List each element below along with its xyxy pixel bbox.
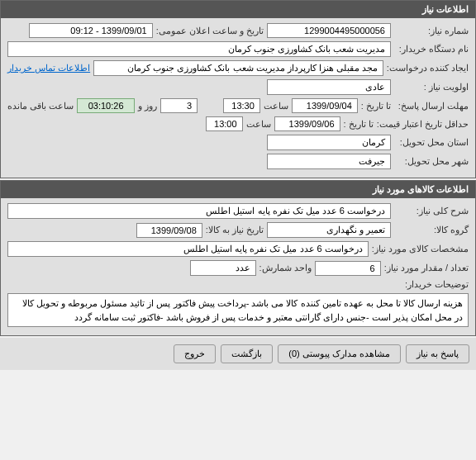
panel-need-info-header: اطلاعات نیاز	[1, 1, 475, 18]
until-label: تا تاریخ :	[361, 101, 391, 111]
unit-label: واحد شمارش:	[259, 263, 312, 273]
spec-field: درخواست 6 عدد میل تک نفره پایه استیل اطل…	[7, 241, 369, 257]
priority-label: اولویت نیاز :	[394, 82, 469, 92]
validity-time-label: ساعت	[246, 119, 271, 130]
button-bar: پاسخ به نیاز مشاهده مدارک پیوستی (0) باز…	[0, 338, 476, 370]
notes-label: توضیحات خریدار:	[394, 279, 469, 290]
priority-field: عادی	[267, 79, 391, 95]
exit-button[interactable]: خروج	[174, 344, 216, 363]
request-no-field: 1299004495000056	[267, 23, 391, 38]
deadline-date-field: 1399/09/04	[292, 98, 358, 113]
desc-field: درخواست 6 عدد میل تک نفره پایه استیل اطل…	[7, 203, 391, 219]
unit-field: عدد	[190, 260, 256, 276]
contact-link[interactable]: اطلاعات تماس خریدار	[7, 63, 90, 74]
validity-label: حداقل تاریخ اعتبار قیمت:	[377, 119, 469, 130]
row-deadline: مهلت ارسال پاسخ: تا تاریخ : 1399/09/04 س…	[7, 98, 469, 113]
attachments-button[interactable]: مشاهده مدارک پیوستی (0)	[278, 344, 401, 363]
remaining-label: ساعت باقی مانده	[7, 101, 74, 111]
row-priority: اولویت نیاز : عادی	[7, 79, 469, 95]
base-date-field: 1399/09/08	[136, 223, 202, 238]
province-field: کرمان	[267, 135, 391, 150]
panel-goods-info-body: شرح کلی نیاز: درخواست 6 عدد میل تک نفره …	[1, 198, 475, 335]
row-notes: توضیحات خریدار: هزینه ارسال کالا تا محل …	[7, 279, 469, 327]
days-field: 3	[160, 98, 198, 113]
timer-field: 03:10:26	[77, 98, 135, 113]
deadline-time-field: 13:30	[223, 98, 260, 113]
city-field: جیرفت	[267, 154, 391, 169]
validity-time-field: 13:00	[206, 116, 243, 131]
request-no-label: شماره نیاز:	[394, 26, 469, 36]
row-creator: ایجاد کننده درخواست: مجد مقبلی هنزا کارپ…	[7, 60, 469, 76]
row-desc: شرح کلی نیاز: درخواست 6 عدد میل تک نفره …	[7, 203, 469, 219]
desc-label: شرح کلی نیاز:	[394, 206, 469, 216]
row-request-no: شماره نیاز: 1299004495000056 تاریخ و ساع…	[7, 23, 469, 38]
row-city: شهر محل تحویل: جیرفت	[7, 154, 469, 169]
row-qty: تعداد / مقدار مورد نیاز: 6 واحد شمارش: ع…	[7, 260, 469, 276]
qty-field: 6	[315, 261, 381, 276]
row-spec: مشخصات کالای مورد نیاز: درخواست 6 عدد می…	[7, 241, 469, 257]
group-label: گروه کالا:	[394, 225, 469, 235]
row-group: گروه کالا: تعمیر و نگهداری تاریخ نیاز به…	[7, 222, 469, 238]
province-label: استان محل تحویل:	[394, 137, 469, 148]
creator-label: ایجاد کننده درخواست:	[387, 63, 469, 74]
row-validity: حداقل تاریخ اعتبار قیمت: تا تاریخ : 1399…	[7, 116, 469, 131]
row-buyer: نام دستگاه خریدار: مدیریت شعب بانک کشاور…	[7, 41, 469, 57]
deadline-label: مهلت ارسال پاسخ:	[394, 101, 469, 111]
panel-goods-info-header: اطلاعات کالاهای مورد نیاز	[1, 181, 475, 198]
panel-goods-info: اطلاعات کالاهای مورد نیاز شرح کلی نیاز: …	[0, 180, 476, 336]
validity-until-label: تا تاریخ :	[344, 119, 374, 130]
notes-field: هزینه ارسال کالا تا محل به عهده تامین کن…	[7, 293, 469, 327]
buyer-field: مدیریت شعب بانک کشاورزی جنوب کرمان	[7, 41, 391, 57]
public-datetime-field: 1399/09/01 - 09:12	[29, 23, 153, 38]
public-datetime-label: تاریخ و ساعت اعلان عمومی:	[156, 26, 264, 36]
panel-need-info: اطلاعات نیاز شماره نیاز: 129900449500005…	[0, 0, 476, 178]
row-province: استان محل تحویل: کرمان	[7, 135, 469, 150]
spec-label: مشخصات کالای مورد نیاز:	[372, 244, 469, 254]
days-label: روز و	[138, 101, 157, 111]
validity-date-field: 1399/09/06	[274, 116, 340, 131]
buyer-label: نام دستگاه خریدار:	[394, 44, 469, 55]
city-label: شهر محل تحویل:	[394, 156, 469, 167]
reply-button[interactable]: پاسخ به نیاز	[406, 344, 469, 363]
qty-label: تعداد / مقدار مورد نیاز:	[384, 263, 469, 273]
base-date-label: تاریخ نیاز به کالا:	[206, 225, 264, 235]
deadline-time-label: ساعت	[264, 101, 288, 111]
creator-field: مجد مقبلی هنزا کارپرداز مدیریت شعب بانک …	[93, 60, 383, 76]
group-field: تعمیر و نگهداری	[267, 222, 391, 238]
back-button[interactable]: بازگشت	[221, 344, 273, 363]
panel-need-info-body: شماره نیاز: 1299004495000056 تاریخ و ساع…	[1, 18, 475, 178]
